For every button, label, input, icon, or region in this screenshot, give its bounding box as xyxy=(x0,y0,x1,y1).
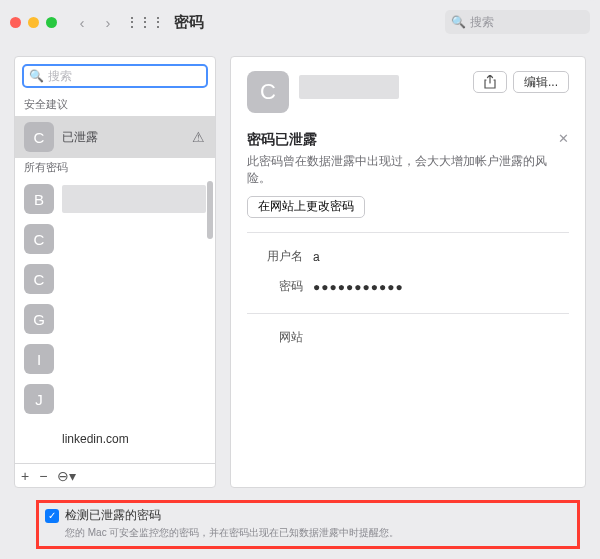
username-label: 用户名 xyxy=(247,248,303,265)
remove-button[interactable]: − xyxy=(39,468,47,484)
entry-label: 已泄露 xyxy=(62,129,98,146)
entry-badge: C xyxy=(24,122,54,152)
sidebar-toolbar: + − ⊖▾ xyxy=(15,463,215,487)
fullscreen-window-button[interactable] xyxy=(46,17,57,28)
notice-title: 密码已泄露 xyxy=(247,131,569,149)
notice-body: 此密码曾在数据泄露中出现过，会大大增加帐户泄露的风险。 xyxy=(247,153,569,188)
password-list: B C C G I J xyxy=(15,179,215,463)
add-button[interactable]: + xyxy=(21,468,29,484)
username-value[interactable]: a xyxy=(313,250,320,264)
password-row: 密码 ●●●●●●●●●●● xyxy=(247,275,569,299)
item-badge: C xyxy=(24,264,54,294)
detail-actions: 编辑... xyxy=(473,71,569,93)
titlebar: ‹ › ⋮⋮⋮ 密码 🔍 搜索 xyxy=(0,0,600,44)
titlebar-search-placeholder: 搜索 xyxy=(470,14,494,31)
recommendation-entry[interactable]: C 已泄露 ⚠︎ xyxy=(15,116,215,158)
list-item[interactable]: B xyxy=(15,179,215,219)
footer: ✓ 检测已泄露的密码 您的 Mac 可安全监控您的密码，并在密码出现在已知数据泄… xyxy=(10,496,590,559)
list-item[interactable]: I xyxy=(15,339,215,379)
sidebar: 🔍 搜索 安全建议 C 已泄露 ⚠︎ 所有密码 B C C xyxy=(14,56,216,488)
back-button[interactable]: ‹ xyxy=(73,14,91,31)
list-item[interactable]: J xyxy=(15,379,215,419)
username-row: 用户名 a xyxy=(247,245,569,269)
password-value[interactable]: ●●●●●●●●●●● xyxy=(313,280,404,294)
list-item[interactable]: linkedin.com xyxy=(15,419,215,459)
body: 🔍 搜索 安全建议 C 已泄露 ⚠︎ 所有密码 B C C xyxy=(0,44,600,496)
grid-icon[interactable]: ⋮⋮⋮ xyxy=(125,14,164,30)
list-item[interactable]: G xyxy=(15,299,215,339)
password-label: 密码 xyxy=(247,278,303,295)
detect-leaked-description: 您的 Mac 可安全监控您的密码，并在密码出现在已知数据泄露中时提醒您。 xyxy=(65,526,571,540)
window-controls xyxy=(10,17,57,28)
item-label: linkedin.com xyxy=(62,432,129,446)
website-label: 网站 xyxy=(247,329,303,346)
website-row: 网站 xyxy=(247,326,569,350)
highlighted-setting: ✓ 检测已泄露的密码 您的 Mac 可安全监控您的密码，并在密码出现在已知数据泄… xyxy=(36,500,580,549)
section-recommendations: 安全建议 xyxy=(15,95,215,116)
redacted-label xyxy=(62,185,206,213)
share-button[interactable] xyxy=(473,71,507,93)
item-badge: C xyxy=(24,224,54,254)
minimize-window-button[interactable] xyxy=(28,17,39,28)
item-badge: G xyxy=(24,304,54,334)
detail-badge: C xyxy=(247,71,289,113)
detect-leaked-row: ✓ 检测已泄露的密码 xyxy=(45,507,571,524)
detail-pane: C 编辑... 密码已泄露 此密码曾在数据泄露中出现过，会大大增加帐户泄露的风险… xyxy=(230,56,586,488)
close-window-button[interactable] xyxy=(10,17,21,28)
redacted-title xyxy=(299,75,399,99)
list-item[interactable]: C xyxy=(15,259,215,299)
item-badge: I xyxy=(24,344,54,374)
item-badge: J xyxy=(24,384,54,414)
search-icon: 🔍 xyxy=(29,69,44,83)
window-title: 密码 xyxy=(174,13,204,32)
dismiss-notice-button[interactable]: ✕ xyxy=(558,131,569,146)
divider xyxy=(247,232,569,233)
sidebar-search[interactable]: 🔍 搜索 xyxy=(22,64,208,88)
scrollbar[interactable] xyxy=(207,181,213,239)
share-icon xyxy=(484,75,496,89)
sidebar-search-placeholder: 搜索 xyxy=(48,68,72,85)
list-item[interactable]: C xyxy=(15,219,215,259)
warning-triangle-icon: ⚠︎ xyxy=(192,129,205,145)
leaked-notice: 密码已泄露 此密码曾在数据泄露中出现过，会大大增加帐户泄露的风险。 ✕ 在网站上… xyxy=(247,131,569,218)
titlebar-search[interactable]: 🔍 搜索 xyxy=(445,10,590,34)
edit-button[interactable]: 编辑... xyxy=(513,71,569,93)
detect-leaked-checkbox[interactable]: ✓ xyxy=(45,509,59,523)
item-badge: B xyxy=(24,184,54,214)
divider xyxy=(247,313,569,314)
change-on-website-button[interactable]: 在网站上更改密码 xyxy=(247,196,365,218)
section-all-passwords: 所有密码 xyxy=(15,158,215,179)
search-icon: 🔍 xyxy=(451,15,466,29)
detail-header: C 编辑... xyxy=(247,71,569,113)
forward-button[interactable]: › xyxy=(99,14,117,31)
more-button[interactable]: ⊖▾ xyxy=(57,468,76,484)
window: ‹ › ⋮⋮⋮ 密码 🔍 搜索 🔍 搜索 安全建议 C 已泄露 ⚠︎ 所有密码 … xyxy=(0,0,600,559)
detect-leaked-label: 检测已泄露的密码 xyxy=(65,507,161,524)
